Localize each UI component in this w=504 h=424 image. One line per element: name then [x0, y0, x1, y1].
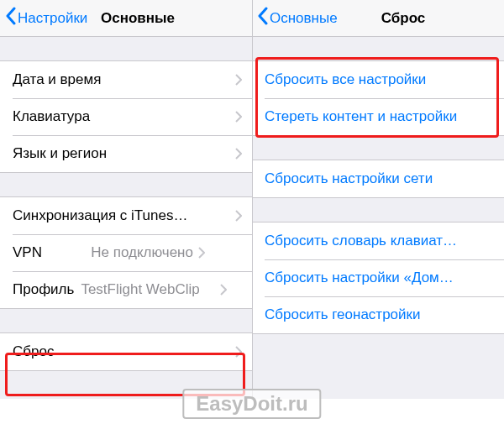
- content-right: Сбросить все настройки Стереть контент и…: [252, 37, 504, 399]
- row-itunes-sync[interactable]: Синхронизация с iTunes…: [0, 197, 252, 234]
- row-language-region[interactable]: Язык и регион: [0, 135, 252, 172]
- settings-general-screen: Настройки Основные Дата и время Клавиату…: [0, 0, 252, 399]
- row-label: Язык и регион: [13, 145, 235, 162]
- group-reset: Сброс: [0, 332, 252, 371]
- row-reset-keyboard-dict[interactable]: Сбросить словарь клавиат…: [252, 222, 504, 259]
- back-label: Настройки: [18, 10, 87, 27]
- back-button-settings[interactable]: Настройки: [5, 7, 87, 29]
- content-left: Дата и время Клавиатура Язык и регион Си…: [0, 37, 252, 399]
- row-label: Синхронизация с iTunes…: [13, 207, 235, 224]
- chevron-left-icon: [257, 7, 270, 29]
- row-reset-network[interactable]: Сбросить настройки сети: [252, 160, 504, 197]
- row-value: TestFlight WebClip: [81, 281, 215, 298]
- chevron-right-icon: [235, 346, 242, 358]
- group-datetime: Дата и время Клавиатура Язык и регион: [0, 60, 252, 173]
- row-label: VPN: [13, 244, 42, 261]
- row-reset-all-settings[interactable]: Сбросить все настройки: [252, 61, 504, 98]
- group-reset-other: Сбросить словарь клавиат… Сбросить настр…: [252, 222, 504, 334]
- group-sync: Синхронизация с iTunes… VPN Не подключен…: [0, 196, 252, 309]
- row-reset[interactable]: Сброс: [0, 333, 252, 370]
- watermark: EasyDoit.ru: [182, 389, 321, 419]
- row-label: Дата и время: [13, 71, 235, 88]
- chevron-right-icon: [235, 210, 242, 222]
- chevron-right-icon: [235, 111, 242, 123]
- row-vpn[interactable]: VPN Не подключено: [0, 234, 252, 271]
- row-label: Сбросить геонастройки: [265, 306, 504, 323]
- row-reset-home[interactable]: Сбросить настройки «Дом…: [252, 259, 504, 296]
- row-label: Сбросить словарь клавиат…: [265, 233, 504, 249]
- row-value: Не подключено: [59, 244, 193, 261]
- row-label: Профиль: [13, 281, 74, 298]
- row-label: Клавиатура: [13, 108, 235, 125]
- chevron-left-icon: [5, 7, 18, 29]
- chevron-right-icon: [235, 74, 242, 86]
- row-profile[interactable]: Профиль TestFlight WebClip: [0, 271, 252, 308]
- row-label: Сброс: [13, 343, 235, 360]
- chevron-right-icon: [235, 148, 242, 160]
- chevron-right-icon: [220, 284, 227, 296]
- group-reset-main: Сбросить все настройки Стереть контент и…: [252, 60, 504, 136]
- group-reset-network: Сбросить настройки сети: [252, 160, 504, 198]
- row-date-time[interactable]: Дата и время: [0, 61, 252, 98]
- chevron-right-icon: [198, 247, 205, 259]
- reset-screen: Основные Сброс Сбросить все настройки Ст…: [252, 0, 504, 399]
- row-label: Сбросить настройки «Дом…: [265, 270, 504, 286]
- row-reset-location[interactable]: Сбросить геонастройки: [252, 296, 504, 333]
- back-button-general[interactable]: Основные: [257, 7, 338, 29]
- navbar-left: Настройки Основные: [0, 0, 252, 37]
- row-label: Сбросить все настройки: [265, 71, 504, 88]
- row-erase-all[interactable]: Стереть контент и настройки: [252, 98, 504, 135]
- back-label: Основные: [270, 10, 338, 27]
- row-label: Стереть контент и настройки: [265, 108, 504, 125]
- row-label: Сбросить настройки сети: [265, 170, 504, 187]
- row-keyboard[interactable]: Клавиатура: [0, 98, 252, 135]
- navbar-right: Основные Сброс: [252, 0, 504, 37]
- screen-divider: [252, 0, 253, 399]
